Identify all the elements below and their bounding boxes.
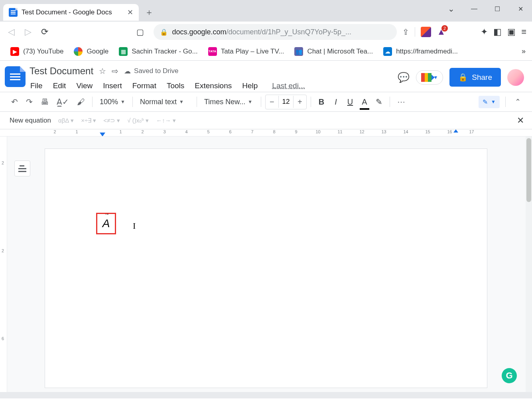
back-button[interactable]: ◁ <box>6 26 17 38</box>
bookmarks-overflow-icon[interactable]: » <box>522 47 526 55</box>
style-dropdown[interactable]: Normal text▼ <box>137 96 193 108</box>
minimize-button[interactable]: — <box>463 0 486 18</box>
share-button[interactable]: 🔒 Share <box>449 68 501 87</box>
scrollbar-thumb[interactable] <box>526 138 531 202</box>
collapse-toolbar-button[interactable]: ⌃ <box>511 95 524 109</box>
zoom-dropdown[interactable]: 100%▼ <box>97 96 128 108</box>
bookmark-page-icon[interactable]: ▢ <box>136 27 144 37</box>
greek-letters-dropdown[interactable]: αβΔ▾ <box>58 117 74 124</box>
new-equation-button[interactable]: New equation <box>10 117 51 125</box>
editing-mode-button[interactable]: ✎ ▼ <box>479 96 500 108</box>
increase-font-button[interactable]: + <box>294 95 306 109</box>
close-window-button[interactable]: ✕ <box>509 0 532 18</box>
window-dropdown-icon[interactable]: ⌄ <box>439 0 463 18</box>
browser-tab[interactable]: Test Document - Google Docs ✕ <box>3 4 139 21</box>
right-margin-marker-icon[interactable] <box>453 129 458 133</box>
font-size-control: − + <box>265 95 307 109</box>
tab-close-icon[interactable]: ✕ <box>127 8 133 17</box>
equation-box[interactable]: A <box>96 213 116 234</box>
maximize-button[interactable]: ☐ <box>486 0 509 18</box>
forward-button[interactable]: ▷ <box>22 26 33 38</box>
show-outline-button[interactable] <box>14 160 30 176</box>
header-actions: 💬 ▼ 🔒 Share <box>398 68 524 87</box>
cloud-icon: ☁ <box>124 67 131 75</box>
bookmark-google[interactable]: Google <box>70 45 112 58</box>
equation-toolbar: New equation αβΔ▾ ×÷∃▾ <≠⊃▾ √ ()x₀ᵇ▾ ←↑→… <box>0 112 532 129</box>
arrows-dropdown[interactable]: ←↑→▾ <box>156 117 176 124</box>
brave-rewards-icon[interactable]: ▲2 <box>437 27 445 37</box>
operations-dropdown[interactable]: ×÷∃▾ <box>81 117 96 124</box>
undo-button[interactable]: ↶ <box>8 95 21 109</box>
menu-insert[interactable]: Insert <box>102 80 123 92</box>
print-button[interactable]: 🖶 <box>37 95 52 109</box>
document-page[interactable]: A I <box>45 149 487 388</box>
bookmark-label: (73) YouTube <box>23 48 63 55</box>
menu-tools[interactable]: Tools <box>166 80 185 92</box>
url-field[interactable]: 🔒 docs.google.com/document/d/1hP_y_UsnQ7… <box>154 24 397 40</box>
relations-dropdown[interactable]: <≠⊃▾ <box>103 117 120 124</box>
horizontal-ruler[interactable]: 211234567891011121314151617 <box>0 129 532 137</box>
italic-button[interactable]: I <box>329 95 342 109</box>
extensions-icon[interactable]: ✦ <box>481 27 488 37</box>
new-tab-button[interactable]: ＋ <box>142 5 156 20</box>
separator <box>132 97 133 107</box>
separator <box>92 97 93 107</box>
bookmark-teams[interactable]: 👥Chat | Microsoft Tea... <box>290 45 377 58</box>
separator <box>505 97 506 107</box>
caret-down-icon: ▾ <box>173 117 176 124</box>
close-equation-bar-button[interactable]: ✕ <box>517 115 524 126</box>
share-url-icon[interactable]: ⇪ <box>402 27 409 37</box>
menu-extensions[interactable]: Extensions <box>194 80 233 92</box>
account-avatar[interactable] <box>507 69 524 86</box>
wallet-icon[interactable]: ▣ <box>507 27 516 37</box>
teams-icon: 👥 <box>294 47 303 56</box>
bookmark-tata[interactable]: TATATata Play – Live TV... <box>204 45 288 58</box>
document-title[interactable]: Test Document <box>30 65 93 77</box>
bookmark-onedrive[interactable]: ☁https://framedmedi... <box>379 45 462 58</box>
font-dropdown[interactable]: Times New...▼ <box>201 96 257 108</box>
docs-logo-icon[interactable] <box>5 66 26 87</box>
meet-button[interactable]: ▼ <box>416 70 443 85</box>
paint-format-button[interactable]: 🖌 <box>74 95 88 109</box>
vertical-scrollbar[interactable] <box>526 137 532 392</box>
bookmark-youtube[interactable]: ▶(73) YouTube <box>6 45 67 58</box>
brave-shields-icon[interactable] <box>421 27 431 37</box>
address-bar: ◁ ▷ ⟳ ▢ 🔒 docs.google.com/document/d/1hP… <box>0 22 532 42</box>
url-text: docs.google.com/document/d/1hP_y_UsnQ7Yo… <box>172 28 351 36</box>
last-edit-link[interactable]: Last edi... <box>271 80 305 92</box>
comment-history-icon[interactable]: 💬 <box>398 72 410 83</box>
tab-strip: Test Document - Google Docs ✕ ＋ ⌄ — ☐ ✕ <box>0 0 532 22</box>
indent-marker-icon[interactable] <box>100 133 105 137</box>
sidepanel-icon[interactable]: ◧ <box>493 27 502 37</box>
save-status[interactable]: ☁ Saved to Drive <box>124 67 179 75</box>
highlight-button[interactable]: ✎ <box>372 95 386 109</box>
more-tools-button[interactable]: ⋯ <box>394 95 408 109</box>
text-color-button[interactable]: A <box>358 95 371 109</box>
redo-button[interactable]: ↷ <box>23 95 36 109</box>
math-ops-dropdown[interactable]: √ ()x₀ᵇ▾ <box>127 117 149 124</box>
browser-menu-icon[interactable]: ≡ <box>521 27 526 37</box>
underline-button[interactable]: U <box>344 95 357 109</box>
menu-file[interactable]: File <box>30 80 43 92</box>
save-status-text: Saved to Drive <box>134 67 179 75</box>
tata-icon: TATA <box>208 47 217 56</box>
caret-down-icon: ▾ <box>117 117 120 124</box>
menu-help[interactable]: Help <box>241 80 258 92</box>
vertical-ruler[interactable]: 2 2 6 <box>0 137 7 392</box>
font-size-input[interactable] <box>278 96 294 108</box>
font-value: Times New... <box>204 98 245 106</box>
window-controls: ⌄ — ☐ ✕ <box>439 0 532 18</box>
docs-header: Test Document ☆ ⇨ ☁ Saved to Drive File … <box>0 61 532 92</box>
menu-format[interactable]: Format <box>132 80 157 92</box>
bookmark-sheets[interactable]: ▦Sachin Tracker - Go... <box>115 45 201 58</box>
reload-button[interactable]: ⟳ <box>39 26 50 38</box>
move-icon[interactable]: ⇨ <box>112 66 118 76</box>
menu-edit[interactable]: Edit <box>52 80 67 92</box>
grammarly-icon[interactable]: G <box>502 368 517 383</box>
star-icon[interactable]: ☆ <box>99 66 106 76</box>
decrease-font-button[interactable]: − <box>266 95 278 109</box>
bold-button[interactable]: B <box>315 95 328 109</box>
spellcheck-button[interactable]: A̲✓ <box>53 95 72 109</box>
menu-view[interactable]: View <box>75 80 93 92</box>
browser-chrome: Test Document - Google Docs ✕ ＋ ⌄ — ☐ ✕ … <box>0 0 532 61</box>
